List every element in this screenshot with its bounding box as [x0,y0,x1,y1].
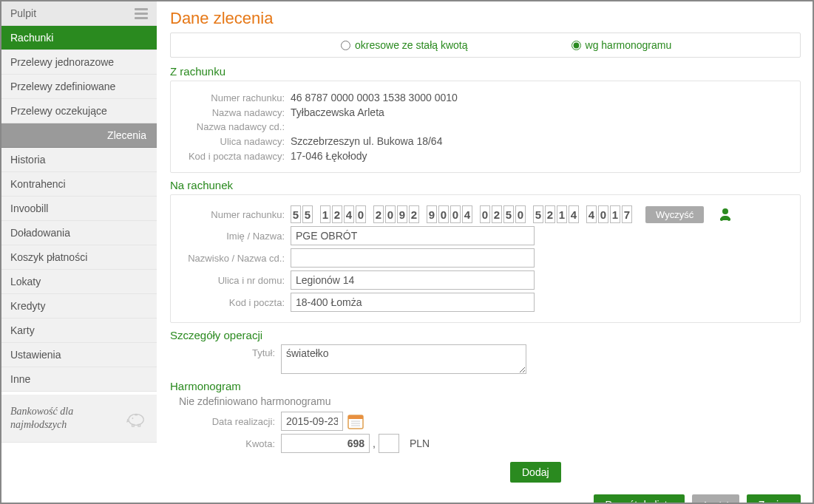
value-sender-postal: 17-046 Łękołody [291,150,367,162]
input-amount[interactable] [281,434,370,453]
radio-fixed-label: okresowe ze stałą kwotą [355,39,468,51]
promo-box[interactable]: Bankowość dla najmłodszych [1,395,157,443]
section-operation-title: Szczegóły operacji [170,329,801,341]
input-title[interactable] [281,344,526,374]
back-to-list-button[interactable]: Powrót do listy [594,494,685,503]
cancel-button[interactable]: Anuluj [692,494,739,503]
nav-rachunki[interactable]: Rachunki [1,26,157,50]
svg-rect-2 [135,415,138,416]
label-sender-street: Ulica nadawcy: [180,136,291,147]
label-sender-name: Nazwa nadawcy: [180,107,291,118]
nav-kontrahenci[interactable]: Kontrahenci [1,172,157,197]
radio-fixed-input[interactable] [341,41,350,50]
label-to-street: Ulica i nr domu: [180,275,291,286]
radio-schedule-input[interactable] [572,41,581,50]
main-content: Dane zlecenia okresowe ze stałą kwotą wg… [157,1,813,503]
input-recipient-name[interactable] [291,226,535,245]
add-button[interactable]: Dodaj [510,462,561,483]
section-to-account: Numer rachunku: 551240209290040250521440… [170,194,801,323]
calendar-icon[interactable] [347,413,364,429]
clear-button[interactable]: Wyczyść [645,206,704,223]
page-title: Dane zlecenia [170,9,801,28]
label-to-name2: Nazwisko / Nazwa cd.: [180,253,291,264]
nav-doladowania[interactable]: Doładowania [1,221,157,245]
label-title: Tytuł: [170,344,281,358]
nav-karty[interactable]: Karty [1,319,157,343]
svg-rect-4 [138,425,140,427]
section-from-account: Numer rachunku:46 8787 0000 0003 1538 30… [170,81,801,173]
nav-sub-zlecenia[interactable]: Zlecenia [1,123,157,148]
value-account-number: 46 8787 0000 0003 1538 3000 0010 [291,92,458,103]
input-amount-dec[interactable] [379,434,399,453]
svg-point-1 [132,418,134,419]
value-sender-street: Szczebrzeszyn ul. Bukowa 18/64 [291,135,442,147]
nav-przelewy-jednorazowe[interactable]: Przelewy jednorazowe [1,50,157,75]
label-sender-name2: Nazwa nadawcy cd.: [180,121,291,132]
svg-point-5 [722,208,728,214]
input-recipient-postal[interactable] [291,293,535,312]
svg-rect-9 [348,415,363,419]
label-sender-postal: Kod i poczta nadawcy: [180,151,291,162]
svg-point-6 [720,218,723,221]
nav-przelewy-oczekujace[interactable]: Przelewy oczekujące [1,99,157,123]
label-account-number: Numer rachunku: [180,92,291,103]
label-to-name: Imię / Nazwa: [180,231,291,242]
section-from-account-title: Z rachunku [170,65,801,78]
radio-schedule[interactable]: wg harmonogramu [572,39,672,51]
svg-point-7 [727,218,730,221]
input-date[interactable] [281,412,343,431]
radio-fixed-amount[interactable]: okresowe ze stałą kwotą [341,39,468,51]
nav-kredyty[interactable]: Kredyty [1,294,157,319]
save-button[interactable]: Zapisz [747,494,801,503]
input-recipient-street[interactable] [291,270,535,290]
order-type-radio-bar: okresowe ze stałą kwotą wg harmonogramu [170,33,801,58]
input-recipient-name2[interactable] [291,248,535,268]
label-to-postal: Kod i poczta: [180,297,291,308]
schedule-note: Nie zdefiniowano harmonogramu [179,395,801,407]
svg-point-0 [129,415,143,426]
nav-invoobill[interactable]: Invoobill [1,197,157,221]
value-sender-name: Tyłbaczewska Arleta [291,106,384,118]
section-to-account-title: Na rachunek [170,179,801,191]
sidebar-title[interactable]: Pulpit [10,7,36,19]
nav-ustawienia[interactable]: Ustawienia [1,343,157,367]
section-schedule-title: Harmonogram [170,380,801,392]
label-date: Data realizacji: [170,416,281,427]
promo-text: Bankowość dla najmłodszych [10,405,73,432]
nav-inne[interactable]: Inne [1,367,157,392]
label-amount: Kwota: [170,438,281,449]
contact-picker-icon[interactable] [717,206,733,222]
label-to-number: Numer rachunku: [180,209,291,220]
account-number-input[interactable]: 55124020929004025052144017 [291,205,632,223]
radio-schedule-label: wg harmonogramu [586,39,672,51]
nav-historia[interactable]: Historia [1,148,157,172]
nav-lokaty[interactable]: Lokaty [1,270,157,294]
currency-label: PLN [410,437,430,449]
sidebar: Pulpit Rachunki Przelewy jednorazowe Prz… [1,1,157,503]
footer-actions: Powrót do listy Anuluj Zapisz [170,494,801,503]
hamburger-icon[interactable] [135,8,148,19]
piggy-bank-icon [126,409,148,428]
nav-koszyk-platnosci[interactable]: Koszyk płatności [1,245,157,270]
nav-przelewy-zdefiniowane[interactable]: Przelewy zdefiniowane [1,75,157,99]
sidebar-header: Pulpit [1,1,157,26]
svg-rect-3 [132,425,135,427]
amount-comma: , [373,437,376,449]
